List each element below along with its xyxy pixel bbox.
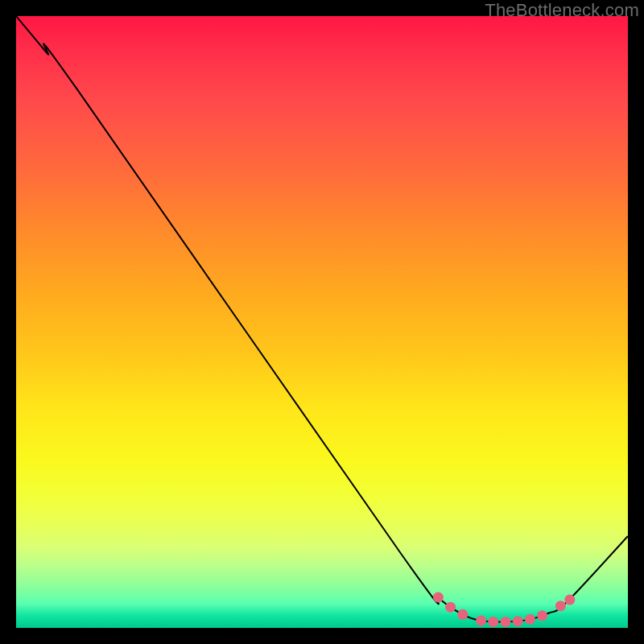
plot-area bbox=[16, 16, 628, 628]
data-point bbox=[513, 616, 523, 626]
data-point bbox=[555, 601, 566, 611]
data-point bbox=[501, 617, 511, 627]
data-point bbox=[445, 602, 456, 613]
data-point bbox=[476, 615, 486, 625]
curve-layer bbox=[16, 16, 628, 628]
data-point bbox=[457, 609, 468, 620]
data-point bbox=[433, 592, 444, 603]
data-point bbox=[488, 617, 498, 627]
data-points bbox=[433, 592, 575, 627]
chart-frame: TheBottleneck.com bbox=[0, 0, 644, 644]
data-point bbox=[537, 610, 547, 621]
bottleneck-curve bbox=[16, 16, 628, 621]
data-point bbox=[564, 595, 575, 605]
data-point bbox=[525, 614, 535, 625]
watermark: TheBottleneck.com bbox=[485, 0, 639, 21]
